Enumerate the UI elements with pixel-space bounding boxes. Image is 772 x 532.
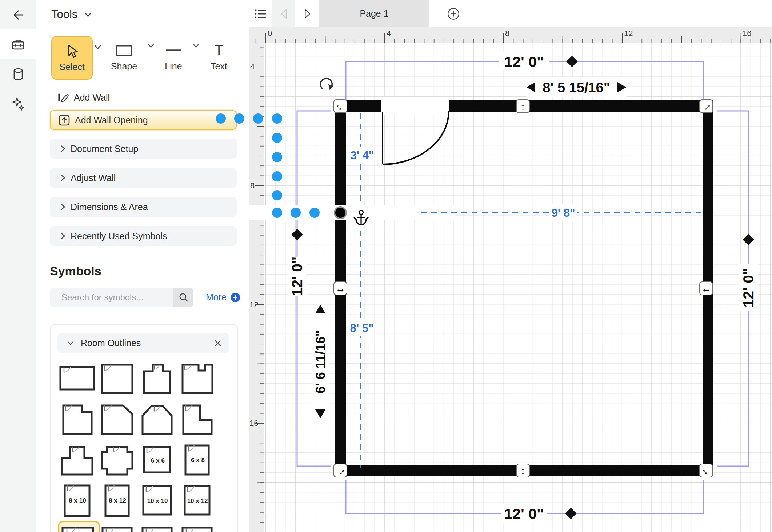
chevron-down-icon xyxy=(84,12,92,17)
back-button[interactable] xyxy=(0,0,36,30)
cursor-icon xyxy=(65,44,79,58)
horizontal-ruler: 0 4 8 12 16 xyxy=(249,27,772,43)
ruler-number: 4 xyxy=(387,29,391,38)
rail-item-data[interactable] xyxy=(0,59,36,89)
close-icon[interactable] xyxy=(214,339,222,347)
toolbox-icon xyxy=(11,37,26,52)
line-tool-label: Line xyxy=(165,61,182,72)
page-tab[interactable]: Page 1 xyxy=(319,0,429,27)
section-adjust-wall[interactable]: Adjust Wall xyxy=(50,168,237,188)
room-outline-item[interactable] xyxy=(139,525,175,532)
chevron-right-icon xyxy=(60,232,65,240)
room-outline-item[interactable] xyxy=(179,525,215,532)
add-page-button[interactable] xyxy=(441,0,465,27)
icon-rail xyxy=(0,0,37,532)
chevron-right-icon xyxy=(60,145,65,153)
symbols-heading: Symbols xyxy=(50,264,101,278)
room-outlines-header[interactable]: Room Outlines xyxy=(57,333,229,353)
room-outline-beveled-corner[interactable] xyxy=(99,403,135,437)
shape-tool-button[interactable]: Shape xyxy=(104,36,144,78)
room-outline-6x6[interactable]: 6 x 6 xyxy=(139,443,175,478)
rail-item-tools[interactable] xyxy=(0,29,36,59)
add-wall-button[interactable]: Add Wall xyxy=(50,88,237,107)
room-outline-pentagon[interactable] xyxy=(139,403,175,437)
database-icon xyxy=(11,67,25,81)
room-outline-l-shape[interactable] xyxy=(179,403,215,437)
text-tool-icon: T xyxy=(215,43,223,57)
plus-circle-filled-icon xyxy=(230,292,240,303)
drawing-canvas[interactable] xyxy=(264,43,772,532)
line-icon xyxy=(165,43,182,57)
chevron-right-icon xyxy=(60,174,65,182)
room-outline-t-shape[interactable] xyxy=(59,443,95,478)
rectangle-icon xyxy=(115,43,133,57)
add-wall-icon xyxy=(58,93,69,102)
symbol-search xyxy=(50,288,193,307)
select-dropdown-chevron-icon[interactable] xyxy=(94,44,102,49)
rail-item-ai[interactable] xyxy=(0,89,36,119)
page-list-icon xyxy=(254,8,267,19)
room-size-label: 10 x 10 xyxy=(147,497,168,504)
shape-tool-label: Shape xyxy=(111,61,137,72)
ruler-number: 12 xyxy=(624,29,633,38)
room-outline-cross[interactable] xyxy=(99,443,135,478)
room-outline-top-tab[interactable] xyxy=(139,362,175,396)
search-button[interactable] xyxy=(173,288,193,307)
ruler-number: 4 xyxy=(250,62,255,72)
room-outline-selected[interactable] xyxy=(60,525,96,532)
section-label: Dimensions & Area xyxy=(71,202,148,212)
room-outline-item[interactable] xyxy=(99,525,135,532)
line-tool-button[interactable]: Line xyxy=(153,36,193,78)
search-icon xyxy=(179,292,189,303)
next-page-button[interactable] xyxy=(295,0,319,27)
section-document-setup[interactable]: Document Setup xyxy=(50,139,237,159)
ruler-number: 12 xyxy=(249,300,258,309)
room-outline-rect-wide[interactable] xyxy=(59,362,95,396)
section-label: Document Setup xyxy=(71,144,138,154)
room-size-label: 6 x 6 xyxy=(151,457,165,464)
more-symbols-button[interactable]: More xyxy=(206,292,240,303)
ruler-number: 0 xyxy=(268,29,272,38)
sparkles-icon xyxy=(11,96,25,111)
room-size-label: 10 x 12 xyxy=(187,497,208,504)
panel-title: Tools xyxy=(51,8,77,21)
ruler-number: 8 xyxy=(505,29,509,38)
add-page-icon xyxy=(447,7,460,20)
ruler-number: 8 xyxy=(250,181,255,191)
room-outline-6x8[interactable]: 6 x 8 xyxy=(179,443,215,478)
section-label: Adjust Wall xyxy=(71,173,116,183)
room-size-label: 6 x 8 xyxy=(191,457,205,464)
room-size-label: 8 x 12 xyxy=(109,497,126,504)
back-arrow-icon xyxy=(11,8,25,22)
room-outline-top-notch[interactable] xyxy=(179,362,215,396)
add-wall-label: Add Wall xyxy=(74,92,110,103)
collapse-chevron-icon xyxy=(67,341,74,345)
page-list-button[interactable] xyxy=(249,0,272,27)
vertical-ruler: 4 8 12 16 xyxy=(249,43,264,532)
next-page-icon xyxy=(303,8,312,19)
room-outline-8x10[interactable]: 8 x 10 xyxy=(59,484,95,519)
add-wall-opening-label: Add Wall Opening xyxy=(75,115,148,125)
more-label: More xyxy=(206,292,227,303)
room-size-label: 8 x 10 xyxy=(69,497,86,504)
text-tool-label: Text xyxy=(211,61,227,72)
page-tab-bar: Page 1 xyxy=(249,0,772,28)
room-outline-10x12[interactable]: 10 x 12 xyxy=(179,484,215,519)
room-outline-square[interactable] xyxy=(99,362,135,396)
section-dimensions-area[interactable]: Dimensions & Area xyxy=(50,197,237,217)
add-wall-opening-button[interactable]: Add Wall Opening xyxy=(50,110,237,130)
panel-title-row[interactable]: Tools xyxy=(51,8,92,21)
select-tool-label: Select xyxy=(59,62,84,72)
room-outline-8x12[interactable]: 8 x 12 xyxy=(99,484,135,519)
symbol-search-input[interactable] xyxy=(50,288,173,307)
text-tool-button[interactable]: T Text xyxy=(199,36,239,78)
room-outline-10x10[interactable]: 10 x 10 xyxy=(139,484,175,519)
room-outline-step-right[interactable] xyxy=(59,403,95,437)
ruler-number: 16 xyxy=(743,29,751,38)
select-tool-button[interactable]: Select xyxy=(51,36,93,80)
section-recently-used-symbols[interactable]: Recently Used Symbols xyxy=(50,226,237,246)
prev-page-icon xyxy=(279,8,288,19)
chevron-right-icon xyxy=(60,203,65,211)
room-outlines-title: Room Outlines xyxy=(81,338,207,348)
prev-page-button[interactable] xyxy=(272,0,295,27)
